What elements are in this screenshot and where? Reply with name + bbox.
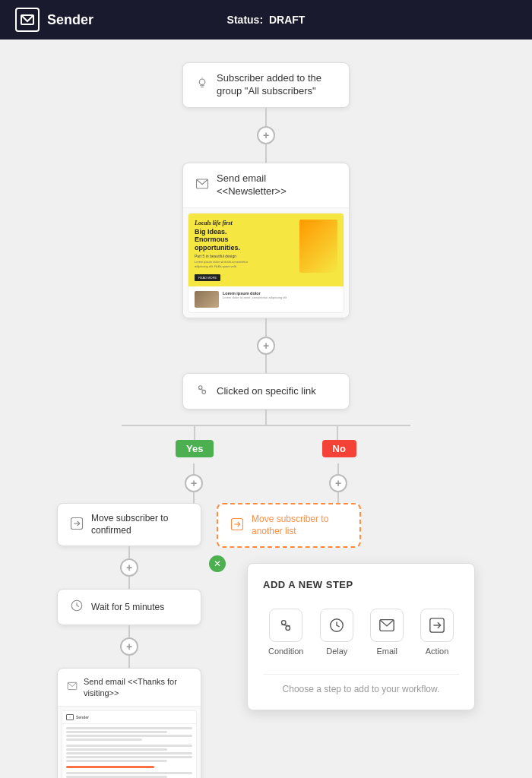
- envelope-icon-2: [67, 681, 78, 694]
- svg-point-1: [199, 79, 205, 85]
- add-step-options: Condition Delay: [263, 602, 459, 662]
- step-option-email[interactable]: Email: [366, 602, 408, 662]
- workflow-canvas: Subscriber added to the group "All subsc…: [0, 40, 532, 778]
- bulb-icon: [195, 77, 209, 93]
- condition-icon: [195, 383, 209, 400]
- svg-point-13: [282, 621, 287, 625]
- add-step-after-confirmed[interactable]: +: [120, 558, 138, 577]
- add-step-btn-2[interactable]: +: [257, 337, 275, 355]
- step-option-delay[interactable]: Delay: [315, 602, 358, 662]
- left-branch: Move subscriber to confirmed + Wait for …: [57, 503, 201, 778]
- branch-plus-left[interactable]: +: [185, 474, 203, 492]
- branch-labels: Yes No: [122, 440, 410, 457]
- add-step-hint: Choose a step to add to your workflow.: [263, 674, 459, 694]
- add-step-title: ADD A NEW STEP: [263, 579, 459, 590]
- connector-4: [265, 355, 267, 373]
- envelope-icon-1: [195, 177, 209, 194]
- branch-section: Yes No + +: [15, 410, 517, 778]
- add-step-container: ✕ ADD A NEW STEP: [217, 563, 475, 710]
- email-node-2-text: Send email <<Thanks for visiting>>: [84, 676, 192, 698]
- right-branch: Move subscriber to another list ✕ ADD A …: [217, 503, 475, 778]
- logo-text: Sender: [47, 12, 93, 28]
- arrow-right-icon-2: [230, 517, 244, 534]
- svg-point-4: [199, 386, 203, 390]
- yes-badge[interactable]: Yes: [176, 440, 214, 457]
- trigger-node[interactable]: Subscriber added to the group "All subsc…: [182, 62, 350, 108]
- svg-point-5: [202, 391, 206, 394]
- action-step-icon: [420, 609, 454, 642]
- status-label: Status:: [227, 14, 263, 26]
- trigger-text: Subscriber added to the group "All subsc…: [217, 72, 337, 98]
- add-step-btn-1[interactable]: +: [257, 126, 275, 144]
- close-add-step-btn[interactable]: ✕: [209, 555, 226, 572]
- condition-text: Clicked on specific link: [217, 385, 316, 398]
- logo: Sender: [15, 8, 93, 32]
- logo-icon: [15, 8, 40, 32]
- preview-title: Locals life first: [195, 220, 248, 226]
- delay-option-label: Delay: [326, 647, 347, 656]
- email-step-icon: [370, 609, 404, 642]
- move-confirmed-text: Move subscriber to confirmed: [91, 513, 188, 536]
- connector-2: [265, 144, 267, 163]
- arrow-right-icon-1: [70, 517, 84, 533]
- move-confirmed-node[interactable]: Move subscriber to confirmed: [57, 503, 201, 546]
- email-preview-1: Locals life first Big Ideas.Enormousoppo…: [183, 208, 349, 318]
- email-preview-2: ✓ Sender: [58, 707, 201, 778]
- branch-plus-right[interactable]: +: [329, 474, 347, 492]
- action-option-label: Action: [426, 647, 449, 656]
- app-header: Sender Status: DRAFT: [0, 0, 532, 40]
- no-badge[interactable]: No: [322, 440, 356, 457]
- svg-line-6: [199, 389, 206, 391]
- add-step-card: ADD A NEW STEP Condi: [247, 563, 475, 710]
- svg-line-15: [282, 625, 290, 626]
- move-another-text: Move subscriber to another list: [252, 514, 347, 537]
- email-node-2-header: Send email <<Thanks for visiting>>: [58, 669, 201, 707]
- email-node-1[interactable]: Send email <<Newsletter>> Locals life fi…: [182, 163, 350, 318]
- clock-icon: [70, 599, 84, 615]
- connector-1: [265, 108, 267, 126]
- wait-text: Wait for 5 minutes: [91, 602, 164, 614]
- add-step-after-wait[interactable]: +: [120, 637, 138, 656]
- step-option-action[interactable]: Action: [416, 602, 458, 662]
- svg-point-14: [286, 626, 290, 631]
- preview-sub: Part 5 in beautiful design: [195, 254, 248, 258]
- delay-step-icon: [320, 609, 353, 642]
- preview-btn: READ MORE: [195, 274, 220, 281]
- email-option-label: Email: [376, 647, 397, 656]
- condition-node[interactable]: Clicked on specific link: [182, 373, 350, 410]
- email-node-1-header: Send email <<Newsletter>>: [183, 163, 349, 208]
- step-option-condition[interactable]: Condition: [264, 602, 308, 662]
- email-node-2[interactable]: Send email <<Thanks for visiting>> ✓ Sen…: [57, 668, 201, 778]
- condition-step-icon: [269, 609, 302, 642]
- status-value: DRAFT: [269, 14, 305, 26]
- move-another-node[interactable]: Move subscriber to another list: [217, 503, 361, 548]
- connector-3: [265, 318, 267, 337]
- branch-nodes-row: Move subscriber to confirmed + Wait for …: [106, 503, 426, 778]
- status-bar: Status: DRAFT: [227, 14, 306, 26]
- wait-node[interactable]: Wait for 5 minutes: [57, 589, 201, 625]
- condition-option-label: Condition: [268, 647, 303, 656]
- preview-headline: Big Ideas.Enormousopportunities.: [195, 228, 248, 252]
- email-node-1-text: Send email <<Newsletter>>: [217, 172, 337, 198]
